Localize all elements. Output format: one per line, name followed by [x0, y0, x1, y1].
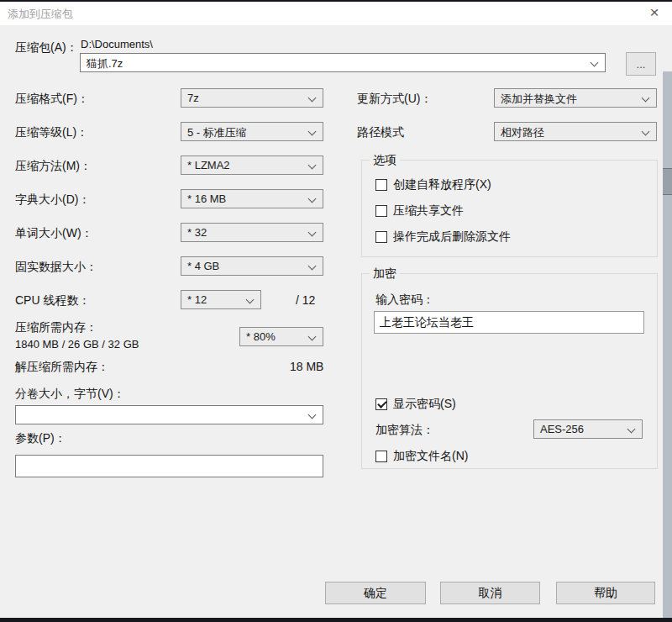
chevron-down-icon: [591, 59, 599, 67]
update-mode-value: 添加并替换文件: [501, 92, 577, 107]
decompress-memory-value: 18 MB: [290, 360, 323, 373]
word-size-select[interactable]: * 32: [181, 223, 323, 242]
update-mode-select[interactable]: 添加并替换文件: [494, 88, 657, 108]
checkbox-encrypt-filenames[interactable]: 加密文件名(N): [375, 449, 468, 464]
format-select[interactable]: 7z: [181, 88, 323, 108]
encryption-method-value: AES-256: [540, 423, 584, 435]
cpu-threads-select[interactable]: * 12: [181, 290, 261, 309]
checkbox-label: 操作完成后删除源文件: [393, 229, 511, 245]
encryption-group-title: 加密: [370, 266, 400, 282]
chevron-down-icon: [308, 229, 317, 237]
checkbox-box[interactable]: [375, 205, 387, 217]
parameters-label: 参数(P)：: [15, 431, 66, 446]
update-mode-label: 更新方式(U)：: [357, 92, 432, 107]
chevron-down-icon: [308, 262, 317, 271]
parameters-input[interactable]: [15, 455, 323, 477]
chevron-down-icon: [642, 128, 650, 136]
password-input[interactable]: [374, 311, 644, 334]
chevron-down-icon: [308, 195, 317, 203]
dictionary-select[interactable]: * 16 MB: [181, 189, 323, 208]
decompress-memory-label: 解压缩所需内存：: [15, 360, 109, 375]
window-bottom-border: [0, 618, 672, 622]
checkbox-label: 显示密码(S): [393, 397, 456, 412]
level-select[interactable]: 5 - 标准压缩: [181, 122, 323, 141]
solid-size-label: 固实数据大小：: [15, 260, 97, 275]
cancel-button[interactable]: 取消: [440, 582, 540, 604]
volume-size-label: 分卷大小，字节(V)：: [15, 387, 125, 402]
cpu-threads-max: / 12: [296, 293, 315, 307]
format-value: 7z: [187, 92, 199, 104]
chevron-down-icon: [308, 94, 317, 103]
checkbox-compress-shared[interactable]: 压缩共享文件: [375, 203, 464, 219]
background-window-edge: [663, 71, 672, 618]
solid-size-select[interactable]: * 4 GB: [181, 256, 323, 276]
memory-percent-value: * 80%: [246, 330, 276, 343]
cpu-threads-label: CPU 线程数：: [15, 293, 90, 308]
compress-memory-label: 压缩所需内存：: [15, 320, 97, 335]
checkbox-create-sfx[interactable]: 创建自释放程序(X): [375, 177, 491, 192]
window-title: 添加到压缩包: [8, 7, 73, 22]
chevron-down-icon: [308, 128, 317, 136]
background-scrollbar-fragment: [663, 168, 672, 195]
checkbox-label: 创建自释放程序(X): [393, 177, 491, 192]
path-mode-label: 路径模式: [357, 125, 404, 140]
chevron-down-icon: [627, 425, 636, 434]
method-select[interactable]: * LZMA2: [181, 156, 323, 175]
dictionary-value: * 16 MB: [187, 192, 226, 205]
archive-label: 压缩包(A)：: [15, 40, 78, 55]
chevron-down-icon: [246, 296, 255, 304]
browse-button[interactable]: ...: [626, 52, 656, 76]
close-icon[interactable]: ×: [642, 2, 667, 24]
checkbox-box[interactable]: [375, 231, 387, 243]
encryption-method-label: 加密算法：: [375, 423, 434, 438]
encryption-method-select[interactable]: AES-256: [533, 419, 643, 439]
ok-button[interactable]: 确定: [325, 582, 426, 604]
format-label: 压缩格式(F)：: [15, 92, 89, 107]
archive-name-combobox[interactable]: 猫抓.7z: [80, 53, 606, 72]
compress-memory-detail: 1840 MB / 26 GB / 32 GB: [15, 338, 139, 351]
checkbox-show-password[interactable]: 显示密码(S): [375, 397, 456, 412]
path-mode-select[interactable]: 相对路径: [494, 122, 657, 141]
checkbox-delete-after[interactable]: 操作完成后删除源文件: [375, 229, 511, 245]
checkbox-label: 加密文件名(N): [393, 449, 468, 464]
method-label: 压缩方法(M)：: [15, 159, 92, 174]
add-to-archive-dialog: 添加到压缩包 × 压缩包(A)： D:\Documents\ 猫抓.7z ...…: [0, 0, 672, 622]
chevron-down-icon: [308, 333, 317, 341]
chevron-down-icon: [308, 161, 317, 170]
titlebar[interactable]: 添加到压缩包 ×: [0, 2, 672, 25]
path-mode-value: 相对路径: [501, 125, 544, 140]
options-group-title: 选项: [370, 153, 400, 168]
word-size-label: 单词大小(W)：: [15, 226, 93, 241]
dictionary-label: 字典大小(D)：: [15, 192, 90, 208]
volume-size-combobox[interactable]: [15, 405, 323, 424]
archive-dir-path: D:\Documents\: [81, 38, 153, 50]
memory-percent-select[interactable]: * 80%: [239, 327, 323, 346]
checkbox-label: 压缩共享文件: [393, 203, 464, 219]
password-label: 输入密码：: [375, 293, 434, 308]
word-size-value: * 32: [187, 226, 207, 239]
level-label: 压缩等级(L)：: [15, 125, 88, 140]
checkbox-box[interactable]: [375, 451, 387, 462]
archive-name-value: 猫抓.7z: [87, 56, 123, 71]
cpu-threads-value: * 12: [187, 293, 207, 306]
checkbox-box[interactable]: [375, 179, 387, 191]
level-value: 5 - 标准压缩: [187, 125, 247, 140]
solid-size-value: * 4 GB: [187, 260, 219, 272]
checkbox-box[interactable]: [375, 398, 387, 410]
chevron-down-icon: [308, 411, 317, 419]
help-button[interactable]: 帮助: [556, 582, 655, 604]
chevron-down-icon: [642, 94, 650, 103]
method-value: * LZMA2: [187, 159, 230, 171]
